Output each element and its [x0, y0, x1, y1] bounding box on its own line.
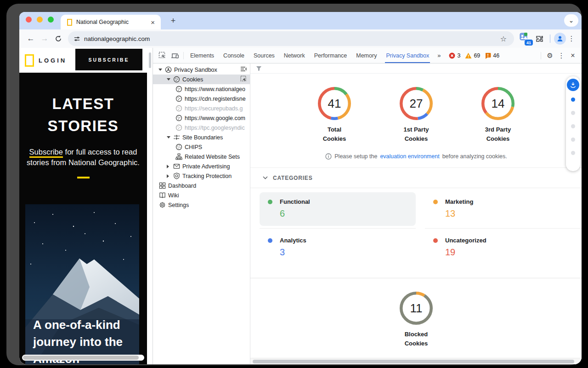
profile-avatar[interactable]	[554, 33, 566, 45]
category-cell[interactable]: Analytics 3	[260, 229, 416, 267]
chevron-down-icon[interactable]	[158, 69, 164, 71]
nav-dot[interactable]	[571, 138, 575, 142]
login-link[interactable]: LOGIN	[39, 57, 67, 64]
category-functional[interactable]: Functional 6	[260, 192, 416, 226]
chevron-down-icon[interactable]	[167, 78, 173, 80]
shield-icon	[173, 172, 180, 180]
tree-item-related-website-sets[interactable]: Related Website Sets	[153, 152, 250, 161]
nav-dot[interactable]	[571, 151, 575, 155]
tree-item-settings[interactable]: Settings	[153, 200, 250, 210]
tab-memory[interactable]: Memory	[351, 48, 381, 63]
story-card[interactable]: A one-of-a-kind journey into the Amazon	[25, 204, 139, 364]
console-warnings-badge[interactable]: 69	[465, 52, 480, 59]
back-button[interactable]: ←	[24, 32, 38, 46]
panel-horizontal-scrollbar[interactable]	[250, 358, 582, 364]
tree-item-dashboard[interactable]: Dashboard	[153, 181, 250, 190]
collapse-sidebar-icon[interactable]	[240, 66, 247, 74]
category-cell[interactable]: Functional 6	[260, 190, 416, 229]
nav-dot[interactable]	[571, 124, 575, 128]
tab-performance[interactable]: Performance	[310, 48, 352, 63]
inspect-element-button[interactable]	[156, 50, 169, 62]
privacy-extension-button[interactable]: 41	[519, 32, 531, 46]
chevron-down-icon[interactable]	[167, 136, 173, 138]
chevron-right-icon[interactable]	[167, 174, 173, 178]
tree-item-chips[interactable]: CHIPS	[153, 142, 250, 152]
tree-item-cookie-origin[interactable]: https://cdn.registerdisne	[153, 94, 250, 104]
tree-label: Site Boundaries	[182, 134, 223, 141]
reload-button[interactable]	[51, 32, 65, 46]
url-text[interactable]: nationalgeographic.com	[84, 35, 498, 42]
subscribe-link[interactable]: Subscribe	[29, 148, 63, 158]
download-report-button[interactable]	[567, 79, 579, 91]
address-bar[interactable]: nationalgeographic.com ☆	[68, 31, 514, 46]
traffic-light-minimize[interactable]	[37, 17, 43, 23]
categories-section-header[interactable]: CATEGORIES	[250, 168, 582, 188]
extensions-menu-button[interactable]	[532, 32, 546, 46]
cookie-icon	[175, 124, 182, 132]
browser-menu-button[interactable]: ⋮	[566, 34, 577, 43]
floating-nav-panel	[566, 76, 580, 171]
devtools-panel: Elements Console Sources Network Perform…	[153, 48, 582, 364]
filter-icon[interactable]	[256, 66, 262, 71]
tree-item-cookie-origin[interactable]: https://www.nationalgeo	[153, 84, 250, 94]
category-uncategorized[interactable]: Uncategorized 19	[425, 231, 582, 264]
traffic-light-close[interactable]	[26, 17, 32, 23]
issues-badge[interactable]: 46	[485, 52, 499, 59]
tree-item-tracking-protection[interactable]: Tracking Protection	[153, 171, 250, 181]
cookie-icon	[175, 86, 182, 93]
site-settings-icon[interactable]	[74, 35, 80, 42]
tab-network[interactable]: Network	[279, 48, 310, 63]
chevron-right-icon[interactable]	[167, 165, 173, 168]
org-chart-icon	[175, 153, 182, 161]
tree-item-cookie-origin[interactable]: https://www.google.com	[153, 113, 250, 123]
category-dot	[268, 200, 272, 204]
category-name: Functional	[280, 198, 310, 205]
tree-item-site-boundaries[interactable]: Site Boundaries	[153, 132, 250, 142]
inspect-cursor-icon[interactable]	[240, 75, 247, 84]
tab-close-icon[interactable]: ×	[149, 18, 156, 26]
category-name: Uncategorized	[445, 237, 486, 244]
devtools-close-button[interactable]: ×	[567, 52, 579, 60]
tree-item-wiki[interactable]: Wiki	[153, 190, 250, 200]
tab-search-chevron-button[interactable]: ⌄	[564, 14, 578, 27]
category-marketing[interactable]: Marketing 13	[425, 192, 582, 226]
category-cell[interactable]: Marketing 13	[425, 190, 582, 229]
natgeo-logo-icon[interactable]	[25, 54, 34, 67]
tree-label: https://cdn.registerdisne	[185, 96, 246, 102]
tree-item-cookie-origin[interactable]: https://securepubads.g	[153, 104, 250, 113]
nav-dot[interactable]	[571, 111, 575, 115]
site-horizontal-scrollbar[interactable]	[22, 355, 144, 361]
tab-console[interactable]: Console	[219, 48, 249, 63]
devtools-menu-button[interactable]: ⋮	[556, 52, 567, 60]
tab-privacy-sandbox[interactable]: Privacy Sandbox	[381, 48, 434, 63]
subscribe-button[interactable]: SUBSCRIBE	[75, 49, 142, 70]
tree-label: Privacy Sandbox	[174, 67, 217, 73]
tab-elements[interactable]: Elements	[186, 48, 219, 63]
hero-promo-text: Subscribe for full access to read storie…	[25, 147, 141, 168]
toolbar-divider	[550, 34, 550, 43]
devtools-controls: ⚙ ⋮ ×	[538, 52, 582, 60]
tree-item-private-advertising[interactable]: Private Advertising	[153, 161, 250, 171]
device-toolbar-button[interactable]	[169, 50, 181, 62]
evaluation-environment-link[interactable]: evaluation environment	[380, 153, 439, 160]
tree-item-privacy-sandbox[interactable]: Privacy Sandbox	[153, 65, 250, 75]
traffic-light-maximize[interactable]	[48, 17, 54, 23]
info-text-prefix: Please setup the	[334, 153, 377, 160]
nav-dot-active[interactable]	[571, 98, 575, 102]
gear-icon	[158, 201, 166, 209]
category-cell[interactable]: Uncategorized 19	[425, 229, 582, 267]
scrollbar-thumb[interactable]	[23, 356, 139, 360]
category-analytics[interactable]: Analytics 3	[260, 231, 416, 264]
tab-strip: National Geographic × + ⌄	[19, 12, 582, 29]
tab-sources[interactable]: Sources	[249, 48, 279, 63]
console-errors-badge[interactable]: 3	[449, 52, 460, 59]
tree-item-cookie-origin[interactable]: https://tpc.googlesyndic	[153, 123, 250, 132]
scrollbar-thumb[interactable]	[253, 360, 574, 363]
site-vertical-scrollbar[interactable]	[149, 52, 151, 68]
tree-item-cookies[interactable]: Cookies	[153, 75, 250, 84]
more-tabs-button[interactable]: »	[434, 52, 444, 59]
new-tab-button[interactable]: +	[167, 15, 179, 27]
browser-tab[interactable]: National Geographic ×	[61, 15, 161, 29]
bookmark-star-icon[interactable]: ☆	[498, 34, 509, 43]
devtools-settings-button[interactable]: ⚙	[544, 52, 556, 60]
